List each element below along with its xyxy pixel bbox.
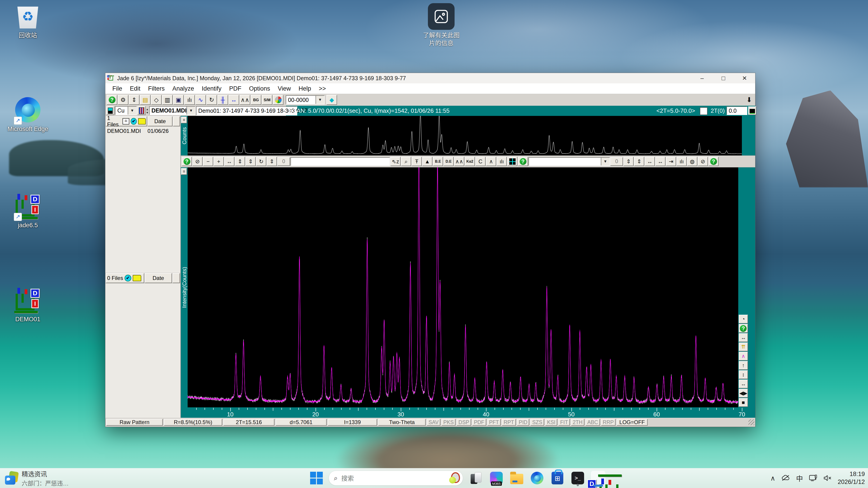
pan-icon[interactable]: ↔ — [655, 157, 665, 166]
overview-canvas[interactable] — [188, 116, 742, 156]
bg-icon[interactable]: BG — [251, 95, 261, 105]
minimize-button[interactable]: – — [691, 73, 713, 84]
menu-filters[interactable]: Filters — [144, 85, 168, 92]
annotation-input[interactable] — [290, 157, 390, 166]
display-mode-icon[interactable] — [748, 106, 756, 115]
main-chart-canvas[interactable] — [188, 167, 738, 408]
start-button[interactable] — [310, 472, 323, 484]
scroll-updown-icon[interactable]: ⇕ — [623, 157, 633, 166]
open-file-icon[interactable]: ▤ — [140, 95, 151, 105]
v-arrows-icon[interactable]: ↕ — [739, 370, 748, 379]
menu-identify[interactable]: Identify — [198, 85, 225, 92]
chevrons-up-icon[interactable]: ∧ — [739, 352, 748, 361]
secondary-count-header[interactable]: 0 Files ✔ — [106, 273, 144, 283]
profile-peaks-icon[interactable]: ∧∧ — [454, 157, 464, 166]
file-row[interactable]: DEMO01.MDI01/06/26 — [105, 127, 180, 135]
gauge-icon[interactable]: ◔ — [739, 315, 748, 324]
demo-info-field[interactable]: Demo01: 37-1497 4-733 9-169 18-303 9-77 — [196, 106, 297, 116]
status-toggle-rrp[interactable]: RRP — [601, 419, 616, 426]
status-toggle-szs[interactable]: SZS — [530, 419, 544, 426]
taskbar-copilot-m365[interactable] — [489, 471, 504, 485]
peak-cursor-icon[interactable]: Ŧ — [412, 157, 422, 166]
status-toggle-ksi[interactable]: KSI — [545, 419, 557, 426]
taskbar-file-explorer[interactable] — [509, 471, 524, 485]
maximize-button[interactable]: □ — [713, 73, 734, 84]
sm-icon[interactable]: S/M — [262, 95, 272, 105]
phase-select[interactable]: ▼ — [528, 157, 610, 166]
overlay-cycle-icon[interactable]: ↻ — [206, 95, 217, 105]
status-toggle-sav[interactable]: SAV — [427, 419, 440, 426]
shift-icon[interactable]: ↔ — [228, 95, 239, 105]
cd-gray-icon[interactable]: ◍ — [687, 157, 698, 166]
widgets-button[interactable]: 精选资讯 六部门：严惩违… — [0, 468, 74, 488]
status-toggle-pks[interactable]: PKS — [441, 419, 456, 426]
disable-icon[interactable]: ⊘ — [192, 157, 203, 166]
status-toggle-rpt[interactable]: RPT — [502, 419, 516, 426]
date-column-header[interactable]: Date — [145, 273, 172, 283]
raise-arrows-icon[interactable]: ⇈ — [739, 343, 748, 351]
h-arrows-blue-icon[interactable]: ◀▶ — [739, 389, 748, 398]
anode-select[interactable]: Cu ▼ — [115, 106, 137, 115]
peak-list-icon[interactable]: ılı — [497, 157, 507, 166]
display-mode-cell[interactable]: Raw Pattern — [106, 419, 163, 426]
status-toggle-abc[interactable]: ABC — [585, 419, 600, 426]
desktop-icon-recycle-bin[interactable]: 回收站 — [6, 4, 49, 39]
clock[interactable]: 18:19 2026/1/12 — [838, 470, 865, 486]
page-updown-icon[interactable]: ⇕ — [267, 157, 277, 166]
stop-icon[interactable]: ■ — [739, 398, 748, 407]
pdf-number-select[interactable]: 00-0000 ▼ — [286, 95, 324, 104]
search-match-disc-icon[interactable] — [273, 95, 283, 105]
de-icon[interactable]: D.E — [443, 157, 454, 166]
expand-vertical-icon[interactable]: ⇕ — [235, 157, 245, 166]
retrieve-arrow-icon[interactable]: ⬇ — [746, 96, 752, 104]
menu-analyze[interactable]: Analyze — [168, 85, 198, 92]
file-spinner[interactable]: ▲▼ — [146, 106, 149, 116]
peak-label-icon[interactable]: ılı — [184, 95, 195, 105]
desktop-icon-edge[interactable]: Microsoft Edge — [6, 97, 49, 133]
snapshot-icon[interactable]: ⇥ — [666, 157, 676, 166]
range-checkbox[interactable] — [700, 107, 708, 115]
primary-count-header[interactable]: 1 Files ılı ✔ — [106, 116, 147, 126]
close-button[interactable]: ✕ — [734, 73, 755, 84]
status-toggle-dsp[interactable]: DSP — [457, 419, 471, 426]
resize-grip[interactable] — [748, 419, 754, 425]
restore-view-icon[interactable]: ↻ — [256, 157, 266, 166]
status-toggle-pid[interactable]: PID — [517, 419, 529, 426]
log-scale-toggle[interactable]: LOG=OFF — [617, 419, 648, 426]
experiment-setup-icon[interactable] — [137, 106, 146, 115]
h-arrows-icon[interactable]: ↔ — [739, 380, 748, 388]
onedrive-offline-icon[interactable] — [781, 475, 790, 482]
menu-help[interactable]: Help — [295, 85, 315, 92]
status-toggle-pft[interactable]: PFT — [487, 419, 501, 426]
scroll-top-icon[interactable]: ↑ — [739, 361, 748, 370]
secondary-file-list[interactable] — [105, 284, 180, 418]
be-icon[interactable]: B.E — [433, 157, 443, 166]
pattern-wizard-icon[interactable]: ⚙ — [118, 95, 128, 105]
menu-view[interactable]: View — [274, 85, 295, 92]
status-toggle-pdf[interactable]: PDF — [472, 419, 486, 426]
chevron-down-icon[interactable]: ▼ — [186, 107, 195, 115]
ime-indicator[interactable]: 中 — [796, 473, 803, 483]
peaks-bar-icon[interactable]: ılı — [677, 157, 687, 166]
splitter-handle-icon[interactable]: ≡ — [181, 117, 187, 123]
crystallite-icon[interactable]: C — [475, 157, 486, 166]
primary-file-list[interactable]: DEMO01.MDI01/06/26 — [105, 127, 180, 273]
baseline-icon[interactable]: ╫ — [217, 95, 228, 105]
taskbar-jade-active[interactable]: DI — [591, 471, 605, 485]
disable2-icon[interactable]: ⊘ — [698, 157, 708, 166]
print-icon[interactable]: ▥ — [162, 95, 173, 105]
grid-icon[interactable] — [507, 157, 518, 166]
area-fill-icon[interactable]: ▲ — [422, 157, 432, 166]
taskbar-edge[interactable] — [530, 471, 544, 485]
taskbar-task-view[interactable] — [469, 471, 483, 485]
taskbar-terminal[interactable]: >_ — [570, 471, 585, 485]
sort-files-icon[interactable]: ⇕ — [129, 95, 140, 105]
axis-units-cell[interactable]: Two-Theta — [378, 419, 426, 426]
menu-edit[interactable]: Edit — [126, 85, 145, 92]
taskbar-store[interactable] — [550, 471, 565, 485]
tray-chevron-icon[interactable]: ∧ — [770, 474, 775, 482]
title-bar[interactable]: DI Jade 6 [lzy*/Materials Data, Inc.] Mo… — [105, 73, 755, 84]
zoom-out-icon[interactable]: − — [203, 157, 213, 166]
display-pen-icon[interactable] — [809, 475, 817, 482]
twin-peaks-icon[interactable]: ∧∧ — [240, 95, 250, 105]
